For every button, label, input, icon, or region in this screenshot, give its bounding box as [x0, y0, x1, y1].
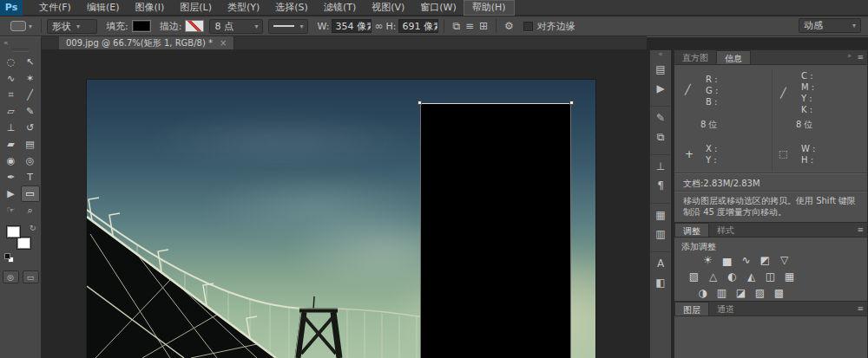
gradient-tool-icon[interactable]: ▤ [21, 136, 40, 153]
brightness-contrast-icon[interactable]: ☀ [700, 253, 715, 266]
tab-histogram[interactable]: 直方图 [674, 50, 716, 64]
menu-window[interactable]: 窗口(W) [412, 1, 464, 15]
tab-styles[interactable]: 样式 [709, 223, 742, 237]
tool-mode-select[interactable]: 形状 ▾ [47, 19, 97, 34]
stroke-type-select[interactable]: ▾ [268, 19, 308, 34]
layers-panel-content [674, 316, 867, 358]
actions-panel-icon[interactable]: ▶ [651, 80, 670, 97]
path-alignment-icon[interactable]: ≡ [463, 20, 477, 32]
stroke-width-select[interactable]: 8 点 ▾ [209, 19, 263, 34]
lasso-tool-icon[interactable]: ∿ [2, 70, 21, 87]
type-tool-icon[interactable]: T [21, 169, 40, 186]
coord-label: X : [706, 143, 717, 154]
levels-icon[interactable]: ▅ [720, 253, 734, 266]
exposure-icon[interactable]: ◩ [758, 253, 773, 266]
hand-tool-icon[interactable]: ☞ [2, 202, 21, 218]
eraser-tool-icon[interactable]: ▰ [2, 136, 21, 153]
stroke-swatch[interactable] [185, 20, 204, 32]
transform-handle-top-left[interactable] [418, 101, 422, 105]
tab-info[interactable]: 信息 [716, 50, 751, 64]
collapse-dock-icon[interactable]: » [847, 52, 852, 60]
hue-saturation-icon[interactable]: ▧ [687, 270, 701, 283]
vibrance-icon[interactable]: ▽ [777, 253, 792, 266]
menu-help[interactable]: 帮助(H) [464, 1, 514, 15]
crop-tool-icon[interactable]: ⌗ [2, 87, 21, 103]
tab-layers[interactable]: 图层 [674, 302, 709, 316]
glyphs-panel-icon[interactable]: A [651, 251, 670, 272]
rectangle-tool-icon[interactable]: ▭ [21, 186, 40, 202]
properties-panel-icon[interactable]: ◧ [651, 274, 670, 291]
canvas[interactable] [87, 80, 595, 358]
dodge-tool-icon[interactable]: ◎ [21, 153, 40, 169]
panel-menu-icon[interactable]: ≡ [857, 53, 864, 62]
tab-channels[interactable]: 通道 [709, 302, 742, 316]
default-colors-icon[interactable] [4, 253, 15, 264]
document-size-readout: 文档:2.83M/2.83M [683, 178, 760, 190]
fill-swatch[interactable] [132, 20, 151, 32]
tool-hint-text: 移动图层或移动选区的拷贝。使用 Shift 键限制沿 45 度增量方向移动。 [683, 195, 860, 218]
threshold-icon[interactable]: ◪ [733, 286, 748, 299]
background-color-swatch[interactable] [16, 237, 31, 250]
align-edges-checkbox[interactable] [523, 22, 533, 31]
tab-adjustments[interactable]: 调整 [674, 223, 709, 237]
path-selection-tool-icon[interactable]: ▶ [2, 186, 21, 202]
gear-icon[interactable]: ⚙ [502, 20, 516, 32]
clone-stamp-tool-icon[interactable]: ⊥ [2, 120, 21, 136]
selective-color-icon[interactable]: ▩ [772, 286, 786, 299]
blur-tool-icon[interactable]: ◉ [2, 153, 21, 169]
swap-colors-icon[interactable]: ↻ [30, 224, 36, 232]
expand-dock-icon[interactable]: « [650, 50, 671, 59]
menu-view[interactable]: 视图(V) [364, 1, 412, 15]
workspace-switcher[interactable]: 动感 ▾ [799, 18, 861, 33]
curves-icon[interactable]: ∿ [739, 253, 753, 266]
character-panel-icon[interactable]: ⊥ [651, 154, 670, 175]
menu-select[interactable]: 选择(S) [267, 1, 316, 15]
shape-width-field[interactable]: 354 像素 [332, 19, 372, 33]
menu-layer[interactable]: 图层(L) [172, 1, 220, 15]
shape-height-field[interactable]: 691 像素 [398, 19, 438, 33]
menu-type[interactable]: 类型(Y) [220, 1, 267, 15]
menu-file[interactable]: 文件(F) [31, 1, 79, 15]
notes-panel-icon[interactable]: ▥ [651, 225, 670, 243]
panel-menu-icon[interactable]: ≡ [857, 225, 864, 234]
path-operations-icon[interactable]: ⧉ [450, 20, 463, 32]
pen-tool-icon[interactable]: ✒ [2, 169, 21, 186]
move-tool-icon[interactable]: ↖ [21, 54, 40, 70]
collapse-panel-icon[interactable]: « [0, 37, 41, 48]
color-balance-icon[interactable]: △ [706, 270, 720, 283]
history-brush-tool-icon[interactable]: ↺ [21, 120, 40, 136]
paragraph-panel-icon[interactable]: ¶ [651, 177, 670, 194]
zoom-tool-icon[interactable]: ⌕ [21, 202, 40, 218]
path-arrangement-icon[interactable]: ⊞ [477, 20, 490, 32]
quick-mask-button[interactable]: ◎ [3, 270, 19, 283]
eyedropper-tool-icon[interactable]: ╱ [21, 87, 40, 103]
close-icon[interactable]: × [220, 38, 227, 48]
invert-icon[interactable]: ◑ [695, 286, 710, 299]
menu-image[interactable]: 图像(I) [127, 1, 172, 15]
clone-source-panel-icon[interactable]: ⧉ [651, 128, 670, 146]
transform-handle-top-right[interactable] [569, 101, 574, 105]
brush-tool-icon[interactable]: ✎ [21, 103, 40, 120]
menu-filter[interactable]: 滤镜(T) [316, 1, 364, 15]
posterize-icon[interactable]: ▥ [714, 286, 729, 299]
photo-filter-icon[interactable]: ◭ [744, 270, 759, 283]
brush-panel-icon[interactable]: ✎ [651, 106, 670, 127]
color-lookup-icon[interactable]: ▦ [782, 270, 797, 283]
rectangle-shape-layer[interactable] [420, 103, 571, 358]
magic-wand-tool-icon[interactable]: ✶ [21, 70, 40, 87]
document-tab[interactable]: 009.jpg @ 66.7%(矩形 1, RGB/8) * × [59, 36, 234, 49]
foreground-color-swatch[interactable] [6, 225, 21, 238]
panel-menu-icon[interactable]: ≡ [857, 304, 864, 313]
info-panel-tabs: 直方图 信息 ≡ » [674, 50, 867, 65]
elliptical-marquee-tool-icon[interactable]: ◌ [2, 54, 21, 70]
history-panel-icon[interactable]: ▤ [651, 61, 670, 78]
tool-preset-picker[interactable]: ▾ [7, 20, 36, 32]
channel-mixer-icon[interactable]: ◫ [763, 270, 778, 283]
healing-brush-tool-icon[interactable]: ▱ [2, 103, 21, 120]
link-dimensions-icon[interactable]: ∞ [372, 20, 385, 32]
timeline-panel-icon[interactable]: ▦ [651, 203, 670, 224]
menu-edit[interactable]: 编辑(E) [79, 1, 128, 15]
gradient-map-icon[interactable]: ▨ [753, 286, 767, 299]
screen-mode-button[interactable]: ▭ [23, 270, 39, 283]
black-white-icon[interactable]: ◐ [725, 270, 740, 283]
